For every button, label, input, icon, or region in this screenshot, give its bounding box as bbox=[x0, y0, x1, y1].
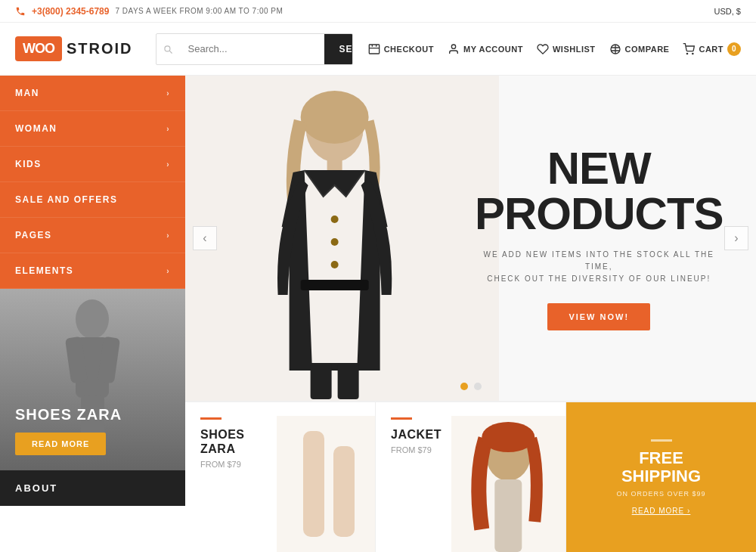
svg-point-6 bbox=[76, 299, 109, 339]
promo-content: SHOES ZARA READ MORE bbox=[15, 406, 122, 455]
svg-rect-24 bbox=[333, 446, 355, 537]
sidebar-item-kids[interactable]: KIDS › bbox=[0, 147, 185, 182]
sidebar-menu: MAN › WOMAN › KIDS › SALE AND OFFERS PAG… bbox=[0, 76, 185, 289]
sidebar-pages-label: PAGES bbox=[15, 230, 52, 240]
svg-rect-23 bbox=[303, 431, 324, 537]
hero-figure bbox=[185, 76, 499, 401]
svg-rect-20 bbox=[311, 363, 332, 399]
compare-label: COMPARE bbox=[625, 45, 670, 54]
sidebar-promo: SHOES ZARA READ MORE bbox=[0, 289, 185, 470]
sidebar-man-label: MAN bbox=[15, 88, 39, 98]
svg-rect-0 bbox=[369, 45, 379, 54]
svg-rect-21 bbox=[338, 363, 359, 399]
myaccount-label: MY ACCOUNT bbox=[463, 45, 523, 54]
svg-point-14 bbox=[301, 91, 369, 144]
search-input[interactable] bbox=[179, 34, 324, 64]
shipping-read-more-link[interactable]: READ MORE › bbox=[632, 507, 691, 515]
search-bar: SEARCH bbox=[156, 33, 353, 65]
card-jacket: JACKET FROM $79 bbox=[376, 402, 566, 552]
card-accent-2 bbox=[391, 417, 412, 420]
compare-icon bbox=[609, 43, 621, 55]
sidebar-item-elements[interactable]: ELEMENTS › bbox=[0, 253, 185, 289]
search-icon bbox=[156, 34, 179, 64]
svg-point-4 bbox=[692, 53, 693, 54]
wishlist-icon bbox=[537, 43, 549, 55]
chevron-right-icon: › bbox=[166, 231, 170, 240]
hero-cta-button[interactable]: VIEW NOW! bbox=[547, 303, 650, 330]
card-accent-1 bbox=[200, 417, 222, 420]
header: WOO STROID SEARCH CHECKOUT MY ACCOUNT WI… bbox=[0, 23, 756, 76]
top-bar: +3(800) 2345-6789 7 DAYS A WEEK FROM 9:0… bbox=[0, 0, 756, 23]
hero-dots bbox=[460, 383, 482, 390]
sidebar-woman-label: WOMAN bbox=[15, 123, 57, 134]
hero-image bbox=[185, 76, 499, 401]
chevron-right-icon: › bbox=[166, 267, 170, 275]
sidebar-item-pages[interactable]: PAGES › bbox=[0, 218, 185, 253]
myaccount-nav-item[interactable]: MY ACCOUNT bbox=[448, 43, 523, 55]
checkout-nav-item[interactable]: CHECKOUT bbox=[368, 43, 434, 55]
main-layout: MAN › WOMAN › KIDS › SALE AND OFFERS PAG… bbox=[0, 76, 756, 552]
promo-read-more-button[interactable]: READ MORE bbox=[15, 433, 106, 455]
checkout-label: CHECKOUT bbox=[384, 45, 434, 54]
chevron-right-icon: › bbox=[166, 89, 170, 98]
sidebar-elements-label: ELEMENTS bbox=[15, 265, 73, 276]
svg-rect-28 bbox=[495, 479, 522, 552]
phone-icon bbox=[15, 6, 26, 17]
sidebar-item-sale[interactable]: SALE AND OFFERS bbox=[0, 182, 185, 218]
business-hours: 7 DAYS A WEEK FROM 9:00 AM TO 7:00 PM bbox=[115, 7, 283, 15]
svg-point-17 bbox=[331, 216, 339, 223]
hero-subtitle: WE ADD NEW ITEMS INTO THE STOCK ALL THE … bbox=[470, 249, 727, 285]
cart-nav-item[interactable]: CART 0 bbox=[683, 42, 741, 56]
sidebar-about[interactable]: ABOUT bbox=[0, 470, 185, 506]
hero-slider: ‹ NEWPRODUCTS WE ADD NEW ITEMS INTO THE … bbox=[185, 76, 756, 401]
shipping-sub: ON ORDERS OVER $99 bbox=[616, 490, 705, 498]
svg-rect-22 bbox=[277, 416, 376, 552]
currency-selector[interactable]: USD, $ bbox=[714, 7, 741, 16]
card-shoes-zara: SHOESZARA FROM $79 bbox=[185, 402, 376, 552]
cart-icon bbox=[683, 43, 695, 55]
top-bar-left: +3(800) 2345-6789 7 DAYS A WEEK FROM 9:0… bbox=[15, 6, 283, 17]
search-button[interactable]: SEARCH bbox=[324, 34, 353, 64]
header-nav: CHECKOUT MY ACCOUNT WISHLIST COMPARE CAR… bbox=[368, 42, 741, 56]
content-area: ‹ NEWPRODUCTS WE ADD NEW ITEMS INTO THE … bbox=[185, 76, 756, 552]
hero-dot-2[interactable] bbox=[474, 383, 482, 390]
checkout-icon bbox=[368, 43, 380, 55]
chevron-right-icon: › bbox=[166, 160, 170, 169]
promo-title: SHOES ZARA bbox=[15, 406, 122, 423]
sidebar: MAN › WOMAN › KIDS › SALE AND OFFERS PAG… bbox=[0, 76, 185, 552]
hero-prev-button[interactable]: ‹ bbox=[193, 226, 217, 250]
svg-rect-16 bbox=[301, 280, 369, 290]
sidebar-sale-label: SALE AND OFFERS bbox=[15, 194, 117, 205]
svg-point-1 bbox=[451, 45, 455, 48]
wishlist-label: WISHLIST bbox=[553, 45, 596, 54]
hero-next-button[interactable]: › bbox=[724, 226, 748, 250]
hero-title: NEWPRODUCTS bbox=[470, 146, 727, 237]
wishlist-nav-item[interactable]: WISHLIST bbox=[537, 43, 596, 55]
shipping-title: FREESHIPPING bbox=[621, 449, 701, 485]
sidebar-item-woman[interactable]: WOMAN › bbox=[0, 111, 185, 147]
svg-point-18 bbox=[331, 238, 339, 246]
logo[interactable]: WOO STROID bbox=[15, 36, 133, 61]
logo-woo: WOO bbox=[15, 36, 62, 61]
bottom-cards: SHOESZARA FROM $79 JACKET FROM $79 bbox=[185, 401, 756, 552]
card-image-shoes bbox=[277, 410, 376, 552]
svg-point-27 bbox=[482, 422, 535, 452]
about-label: ABOUT bbox=[15, 482, 57, 494]
sidebar-item-man[interactable]: MAN › bbox=[0, 76, 185, 111]
card-shipping-accent bbox=[651, 439, 672, 442]
card-free-shipping: FREESHIPPING ON ORDERS OVER $99 READ MOR… bbox=[566, 402, 756, 552]
account-icon bbox=[448, 43, 460, 55]
logo-stroid: STROID bbox=[67, 40, 133, 57]
phone-number: +3(800) 2345-6789 bbox=[32, 6, 109, 17]
svg-point-19 bbox=[331, 261, 339, 268]
sidebar-kids-label: KIDS bbox=[15, 159, 42, 169]
hero-content: NEWPRODUCTS WE ADD NEW ITEMS INTO THE ST… bbox=[470, 146, 727, 330]
svg-point-3 bbox=[687, 53, 688, 54]
cart-label: CART bbox=[699, 45, 723, 54]
card-image-jacket bbox=[451, 402, 565, 552]
chevron-right-icon: › bbox=[166, 125, 170, 133]
cart-badge: 0 bbox=[727, 42, 741, 56]
compare-nav-item[interactable]: COMPARE bbox=[609, 43, 670, 55]
hero-dot-1[interactable] bbox=[460, 383, 468, 390]
